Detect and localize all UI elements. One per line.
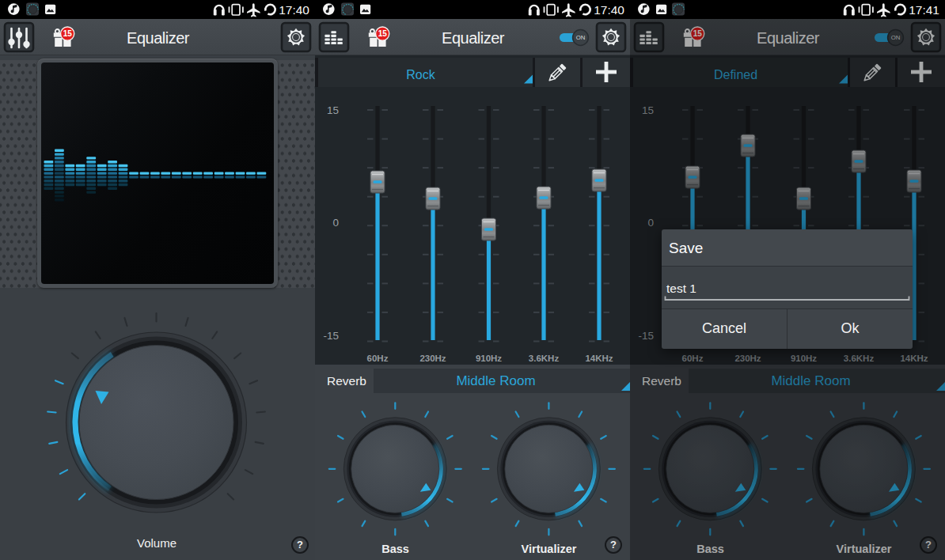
svg-text:910Hz: 910Hz	[476, 354, 502, 363]
svg-text:230Hz: 230Hz	[419, 354, 446, 363]
svg-text:Virtualizer: Virtualizer	[522, 543, 577, 555]
svg-text:14KHz: 14KHz	[585, 354, 613, 363]
svg-text:Volume: Volume	[137, 536, 176, 550]
svg-text:0: 0	[332, 217, 339, 229]
svg-text:60Hz: 60Hz	[367, 354, 389, 363]
svg-text:-15: -15	[323, 330, 339, 342]
svg-text:Middle Room: Middle Room	[456, 373, 535, 388]
svg-text:Bass: Bass	[381, 543, 409, 555]
svg-text:15: 15	[327, 104, 339, 116]
svg-text:3.6KHz: 3.6KHz	[529, 354, 560, 363]
svg-text:Rock: Rock	[406, 68, 435, 81]
svg-text:Reverb: Reverb	[327, 374, 366, 388]
